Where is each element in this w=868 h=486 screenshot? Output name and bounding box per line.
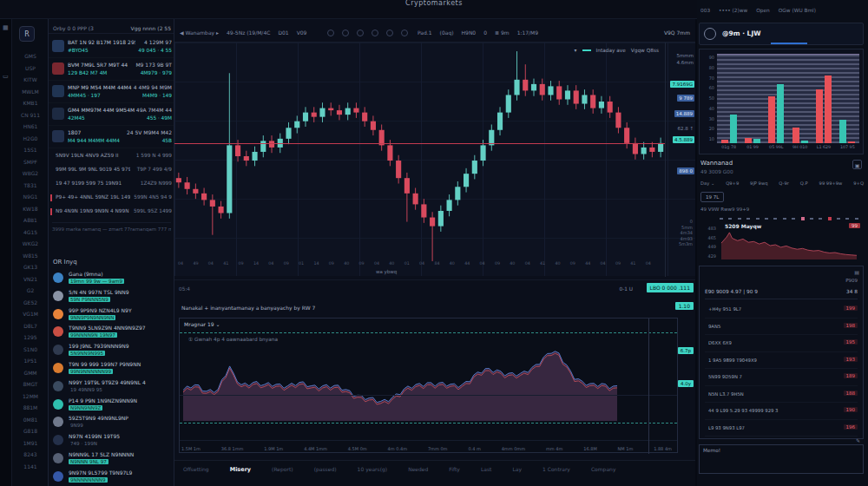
edit-icon[interactable]: ✎ xyxy=(856,437,860,443)
footer-item[interactable]: Misery xyxy=(230,466,251,473)
toolbar-tool-icon[interactable] xyxy=(386,30,393,36)
toolbar-tool-icon[interactable] xyxy=(327,30,334,36)
footer-item[interactable]: Last xyxy=(481,466,492,472)
nav-col-item[interactable]: USP xyxy=(12,62,49,75)
watchlist-header-left[interactable]: Orby 0 0 PPP (3 xyxy=(53,25,94,31)
bar-red[interactable] xyxy=(816,89,823,143)
grid-icon[interactable]: ▦ xyxy=(3,24,9,31)
toolbar-item[interactable]: D01 xyxy=(278,30,288,36)
nav-col-item[interactable]: 1M91 xyxy=(12,437,49,450)
nav-col-item[interactable]: 8243 xyxy=(12,449,49,461)
news-row[interactable]: 1807M4 944 M4MM 44M424 5V M9M4 M4245B xyxy=(49,126,174,148)
nav-col-item[interactable]: 15S1 xyxy=(12,144,49,156)
toolbar-item[interactable]: Pad.1 xyxy=(418,30,432,36)
footer-item[interactable]: 1 Contrary xyxy=(542,466,570,472)
nav-col-item[interactable]: KMB1 xyxy=(12,97,49,109)
quote-row[interactable]: N9 4N9N 19N9 9N9N 4 N99N599L 95Z 1499 xyxy=(49,205,174,219)
news-row[interactable]: GM4 MM97M 44M 9M54M 47942M4549A 7M4M 444… xyxy=(49,103,174,126)
alert-row[interactable]: N5N L3.7 9H5N188 xyxy=(705,386,858,404)
coin-row[interactable]: 5/N 4N 997N TSL 9NN959N P9NNN5N9 xyxy=(49,287,174,305)
toolbar-item[interactable]: 1:17/M9 xyxy=(517,30,539,36)
account-card[interactable]: @9m · LJW xyxy=(699,23,864,45)
toolbar-symbol[interactable]: V9Q 7mm xyxy=(664,30,690,36)
list-settings-icon[interactable]: ▤ xyxy=(854,269,859,275)
coin-row[interactable]: N99Y 19T9L 9T9Z9 49N9NL 419 49NN9 95 xyxy=(49,378,174,396)
bar-red[interactable] xyxy=(825,76,832,143)
toolbar-item[interactable]: H9N0 xyxy=(462,30,477,36)
quote-row[interactable]: 19 47 9199 599 75 19N911Z4Z9 N999 xyxy=(49,177,174,191)
nav-col-item[interactable]: 1P51 xyxy=(12,355,49,367)
nav-col-item[interactable]: GMS xyxy=(12,50,49,62)
period-tab[interactable]: Q9+9 xyxy=(726,181,739,186)
nav-col-item[interactable]: GK13 xyxy=(12,261,49,273)
news-row[interactable]: MNP M9 M54 M4M 44M44MM45 · 1974 4M9 94 M… xyxy=(49,81,174,103)
bar-teal[interactable] xyxy=(730,115,737,143)
toolbar-item[interactable]: 0 xyxy=(483,30,487,36)
nav-col-item[interactable]: HN61 xyxy=(12,121,49,133)
period-tab[interactable]: 99 99+9w xyxy=(819,181,843,186)
coin-row[interactable]: P14 9 P9N 1N9NZN9NN9NN9NN9NN9Z xyxy=(49,396,174,414)
nav-col-item[interactable]: 881M xyxy=(12,402,49,414)
nav-col-item[interactable]: G2 xyxy=(12,285,49,297)
quote-row[interactable]: 99M 99L 9M 9NL 9019 45 979T9P 7 499 4/9 xyxy=(49,163,174,177)
nav-col-item[interactable]: KITW xyxy=(12,74,49,86)
nav-col-item[interactable]: MWLM xyxy=(12,86,49,98)
footer-item[interactable]: (passed) xyxy=(314,466,337,472)
alert-row[interactable]: 44 9 L99 5.29 93 49999 929 3190 xyxy=(705,403,858,420)
right-nav-item[interactable]: OGw (WU Bml) xyxy=(779,8,816,13)
candlestick-plot[interactable]: ▾ Intaday ave Vgqw Q8ss 5mmm 4.6mm 7.916… xyxy=(174,42,695,276)
nav-col-item[interactable]: G818 xyxy=(12,425,49,437)
alert-row[interactable]: +H4y 951 9L7199 xyxy=(705,301,858,319)
nav-col-item[interactable]: 0M81 xyxy=(12,414,49,426)
right-nav-item[interactable]: 003 xyxy=(700,8,710,13)
nav-col-item[interactable]: WKG2 xyxy=(12,238,49,250)
nav-col-item[interactable]: GE52 xyxy=(12,297,49,309)
alert-row[interactable]: 5N99 9D59N 7189 xyxy=(705,369,858,386)
news-row[interactable]: BAT 1N 92 B17M 1918 295#BYO454 129M 9749… xyxy=(49,36,174,58)
nav-col-item[interactable]: 4G15 xyxy=(12,227,49,239)
coin-row[interactable]: T9NN9 5LN9Z9N 4NN9N9Z9799NNNN9N 19N97 xyxy=(49,323,174,341)
coin-row[interactable]: Gana (9mna)19mn 99 9w — 9am9 xyxy=(49,269,174,287)
bar-teal[interactable] xyxy=(801,141,808,143)
toolbar-item[interactable]: ◀ Wanambay ▸ xyxy=(180,30,219,36)
coin-row[interactable]: 9N97N 9L5799 T9N97L99NNNNNNNN9 xyxy=(49,468,174,486)
period-tab[interactable]: Q-9r xyxy=(779,181,789,186)
alert-row[interactable]: L9 93 9N93 L97196 xyxy=(705,420,858,437)
nav-col-item[interactable]: 8MGT xyxy=(12,378,49,391)
nav-col-item[interactable]: CN 911 xyxy=(12,109,49,122)
nav-col-item[interactable]: S1N0 xyxy=(12,344,49,356)
flow-chart-card[interactable]: Mragnar 19 ⌄ ① Gwnah 4p 4 oawnaabard bny… xyxy=(179,318,678,453)
alert-row[interactable]: D6XX 6X9195 xyxy=(705,335,858,352)
quote-row[interactable]: SN9V 19LN 4NV9 AZ59 II1 599 N 4 999 xyxy=(49,149,174,163)
bar-red[interactable] xyxy=(848,141,855,143)
bar-red[interactable] xyxy=(768,96,775,143)
expand-icon[interactable]: ▣ xyxy=(852,160,862,169)
nav-col-item[interactable]: D8L7 xyxy=(12,320,49,332)
nav-col-item[interactable]: A8B1 xyxy=(12,214,49,227)
last-price-badge[interactable]: LBO 0 000 .111 xyxy=(647,283,694,292)
bar-teal[interactable] xyxy=(753,139,760,143)
bar-red[interactable] xyxy=(745,138,752,143)
nav-col-item[interactable]: H2G0 xyxy=(12,133,49,145)
collapse-icon[interactable]: ▭ xyxy=(3,73,9,80)
coin-row[interactable]: N97N 4199N 19T95749 · 199N xyxy=(49,431,174,450)
nav-col-item[interactable]: SMPF xyxy=(12,156,49,168)
nav-col-item[interactable]: 12MM xyxy=(12,391,49,403)
bar-red[interactable] xyxy=(721,140,728,143)
toolbar-item[interactable]: ≣ 9m xyxy=(495,30,510,36)
toolbar-tool-icon[interactable] xyxy=(357,30,364,36)
footer-item[interactable]: Offsetting xyxy=(183,466,209,472)
footer-item[interactable]: 10 years(g) xyxy=(358,466,388,472)
flow-chart-title[interactable]: Mragnar 19 ⌄ xyxy=(184,321,220,327)
nav-col-item[interactable]: 1295 xyxy=(12,332,49,344)
bar-teal[interactable] xyxy=(777,84,784,143)
toolbar-tool-icon[interactable] xyxy=(372,30,378,36)
footer-item[interactable]: Company xyxy=(591,466,616,472)
coin-row[interactable]: 199 J9NL 7939NNN9N95N9NN9N995 xyxy=(49,341,174,359)
coin-row[interactable]: N9NN9L 17 5LZ N9NNNNN9NNN 9NL 97 xyxy=(49,450,174,468)
price-axis[interactable]: 5mmm 4.6mm 7.9169G 9 789 14.889 62.8 ↑ 4… xyxy=(665,43,695,277)
nav-col-item[interactable]: N9G1 xyxy=(12,191,49,203)
alert-row[interactable]: 9AN5198 xyxy=(705,319,858,336)
period-tab[interactable]: Q.P xyxy=(800,181,808,186)
filter-chip[interactable]: 19 7L xyxy=(700,192,724,202)
